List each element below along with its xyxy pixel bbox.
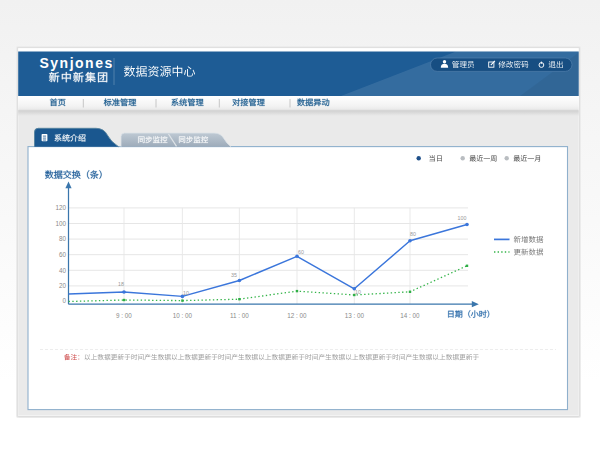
svg-text:100: 100 xyxy=(55,220,66,227)
svg-text:20: 20 xyxy=(59,282,67,289)
svg-text:10 : 00: 10 : 00 xyxy=(173,312,193,319)
svg-text:120: 120 xyxy=(55,204,66,211)
svg-text:60: 60 xyxy=(298,249,304,255)
svg-text:Synjones: Synjones xyxy=(40,55,114,71)
svg-text:18: 18 xyxy=(118,281,124,287)
svg-text:14 : 00: 14 : 00 xyxy=(400,312,420,319)
svg-text:10: 10 xyxy=(183,290,189,296)
svg-text:100: 100 xyxy=(458,215,467,221)
svg-text:11 : 00: 11 : 00 xyxy=(230,312,249,319)
svg-text:80: 80 xyxy=(59,235,67,242)
svg-text:0: 0 xyxy=(62,297,66,304)
svg-text:13 : 00: 13 : 00 xyxy=(345,312,365,319)
svg-text:35: 35 xyxy=(231,272,237,278)
svg-text:9 : 00: 9 : 00 xyxy=(116,312,132,319)
svg-text:40: 40 xyxy=(59,267,67,274)
svg-text:60: 60 xyxy=(59,251,67,258)
svg-text:10: 10 xyxy=(355,289,361,295)
svg-text:80: 80 xyxy=(410,231,416,237)
svg-text:12 : 00: 12 : 00 xyxy=(287,312,307,319)
